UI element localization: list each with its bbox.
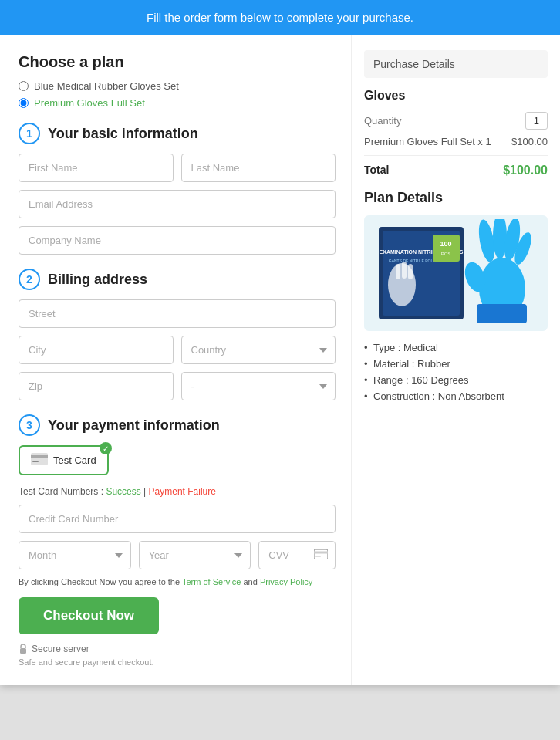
svg-rect-4 bbox=[314, 551, 328, 553]
svg-rect-13 bbox=[402, 262, 407, 279]
section3-title: Your payment information bbox=[48, 417, 220, 434]
product-image: EXAMINATION NITRILE GLOVES GANTS DE NITR… bbox=[364, 215, 548, 331]
svg-text:100: 100 bbox=[440, 240, 451, 248]
section1-number: 1 bbox=[19, 123, 40, 144]
plan-details-title: Plan Details bbox=[364, 190, 548, 206]
cc-number-row bbox=[19, 505, 336, 533]
feature-1: Type : Medical bbox=[364, 342, 548, 353]
country-select[interactable]: Country bbox=[181, 336, 336, 364]
month-select[interactable]: Month bbox=[19, 541, 131, 569]
section3-header: 3 Your payment information bbox=[19, 414, 336, 436]
secure-subtext: Safe and secure payment checkout. bbox=[19, 657, 336, 667]
cvv-card-icon bbox=[314, 549, 328, 562]
checkout-button-label: Checkout Now bbox=[43, 608, 134, 623]
section2-number: 2 bbox=[19, 269, 40, 290]
svg-rect-1 bbox=[31, 455, 48, 458]
street-row bbox=[19, 299, 336, 328]
right-panel: Purchase Details Gloves Quantity 1 Premi… bbox=[352, 35, 560, 422]
plan-option-1[interactable]: Blue Medical Rubber Gloves Set bbox=[19, 80, 336, 92]
top-banner: Fill the order form below to complete yo… bbox=[0, 0, 560, 35]
privacy-link[interactable]: Privacy Policy bbox=[260, 577, 312, 586]
product-name: Premium Gloves Full Set x 1 bbox=[364, 136, 491, 147]
section1-header: 1 Your basic information bbox=[19, 123, 336, 144]
svg-rect-5 bbox=[315, 556, 321, 557]
city-country-row: Country bbox=[19, 336, 336, 364]
email-row bbox=[19, 190, 336, 218]
main-content: Choose a plan Blue Medical Rubber Gloves… bbox=[0, 35, 560, 685]
total-label: Total bbox=[364, 164, 389, 177]
section1-title: Your basic information bbox=[48, 126, 198, 142]
svg-rect-2 bbox=[32, 461, 39, 462]
plan-radio-1[interactable] bbox=[19, 81, 29, 91]
svg-rect-6 bbox=[20, 648, 26, 654]
svg-text:PCS: PCS bbox=[441, 252, 450, 256]
year-select[interactable]: Year bbox=[139, 541, 251, 569]
company-input[interactable] bbox=[19, 226, 336, 255]
feature-4: Construction : Non Absorbent bbox=[364, 390, 548, 402]
feature-3: Range : 160 Degrees bbox=[364, 374, 548, 386]
name-row bbox=[19, 154, 336, 182]
plan-label-2: Premium Gloves Full Set bbox=[34, 97, 145, 109]
svg-rect-3 bbox=[314, 549, 328, 559]
total-value: $100.00 bbox=[503, 164, 548, 177]
zip-state-row: - bbox=[19, 372, 336, 400]
plan-label-1: Blue Medical Rubber Gloves Set bbox=[34, 80, 179, 92]
product-price-row: Premium Gloves Full Set x 1 $100.00 bbox=[364, 136, 548, 147]
state-select[interactable]: - bbox=[181, 372, 336, 400]
checkout-button[interactable]: Checkout Now bbox=[19, 597, 159, 634]
street-input[interactable] bbox=[19, 299, 336, 328]
test-card-label: Test Card bbox=[53, 454, 96, 466]
quantity-row: Quantity 1 bbox=[364, 112, 548, 130]
quantity-label: Quantity bbox=[364, 115, 401, 127]
credit-card-icon bbox=[31, 453, 48, 468]
terms-and: and bbox=[243, 577, 259, 586]
plan-option-2[interactable]: Premium Gloves Full Set bbox=[19, 97, 336, 109]
product-title: Gloves bbox=[364, 89, 548, 103]
secure-server-text: Secure server bbox=[32, 644, 89, 654]
svg-rect-12 bbox=[396, 264, 400, 279]
svg-rect-15 bbox=[433, 235, 460, 262]
cc-number-input[interactable] bbox=[19, 505, 336, 533]
first-name-input[interactable] bbox=[19, 154, 174, 182]
banner-text: Fill the order form below to complete yo… bbox=[147, 11, 413, 24]
card-selector: ✓ Test Card bbox=[19, 445, 336, 475]
secure-info: Secure server bbox=[19, 644, 336, 654]
choose-plan-title: Choose a plan bbox=[19, 53, 336, 71]
product-price: $100.00 bbox=[511, 136, 548, 147]
plan-radio-2[interactable] bbox=[19, 98, 29, 108]
test-card-line: Test Card Numbers : Success | Payment Fa… bbox=[19, 486, 336, 497]
page-wrapper: Fill the order form below to complete yo… bbox=[0, 0, 560, 685]
glove-image-placeholder: EXAMINATION NITRILE GLOVES GANTS DE NITR… bbox=[364, 215, 548, 331]
svg-rect-24 bbox=[477, 304, 527, 323]
failure-link[interactable]: Payment Failure bbox=[149, 486, 216, 497]
section2-title: Billing address bbox=[48, 272, 147, 288]
company-row bbox=[19, 226, 336, 255]
month-year-cvv-row: Month Year bbox=[19, 541, 336, 569]
quantity-value: 1 bbox=[525, 112, 548, 130]
section3-number: 3 bbox=[19, 414, 40, 436]
terms-text: By clicking Checkout Now you agree to th… bbox=[19, 577, 336, 586]
choose-plan-section: Choose a plan Blue Medical Rubber Gloves… bbox=[19, 53, 336, 109]
last-name-input[interactable] bbox=[181, 154, 336, 182]
svg-rect-14 bbox=[408, 264, 413, 279]
zip-input[interactable] bbox=[19, 372, 174, 400]
total-row: Total $100.00 bbox=[364, 155, 548, 177]
success-link[interactable]: Success bbox=[106, 486, 140, 497]
left-panel: Choose a plan Blue Medical Rubber Gloves… bbox=[0, 35, 352, 685]
email-input[interactable] bbox=[19, 190, 336, 218]
cvv-wrapper bbox=[258, 541, 336, 569]
city-input[interactable] bbox=[19, 336, 174, 364]
glove-svg: EXAMINATION NITRILE GLOVES GANTS DE NITR… bbox=[379, 219, 533, 327]
lock-icon bbox=[19, 644, 28, 654]
product-features: Type : Medical Material : Rubber Range :… bbox=[364, 342, 548, 402]
feature-2: Material : Rubber bbox=[364, 358, 548, 370]
section2-header: 2 Billing address bbox=[19, 269, 336, 290]
test-card-option[interactable]: ✓ Test Card bbox=[19, 445, 109, 475]
terms-prefix: By clicking Checkout Now you agree to th… bbox=[19, 577, 182, 586]
purchase-details-title: Purchase Details bbox=[364, 50, 548, 78]
tos-link[interactable]: Term of Service bbox=[182, 577, 241, 586]
test-card-prefix: Test Card Numbers : bbox=[19, 486, 103, 497]
svg-rect-0 bbox=[31, 453, 48, 465]
card-check-icon: ✓ bbox=[100, 442, 112, 454]
